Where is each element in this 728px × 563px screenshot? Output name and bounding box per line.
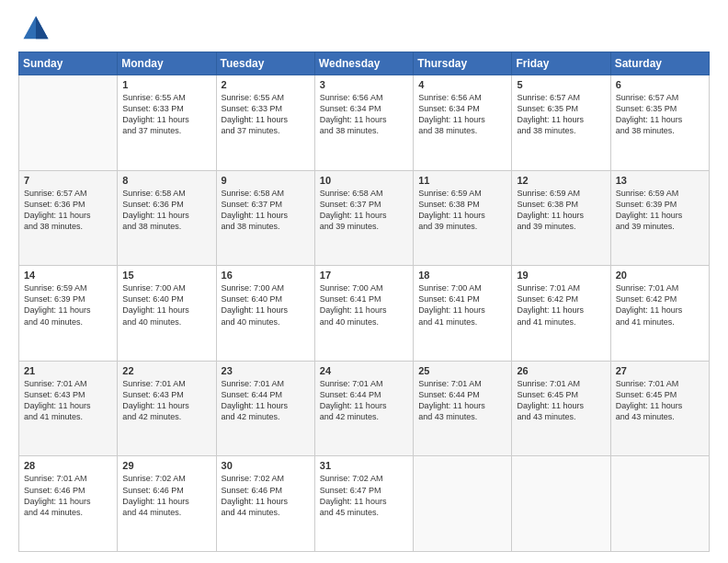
day-number: 28 [24, 460, 112, 471]
weekday-header-row: SundayMondayTuesdayWednesdayThursdayFrid… [19, 52, 710, 75]
calendar-cell: 14Sunrise: 6:59 AM Sunset: 6:39 PM Dayli… [19, 266, 118, 362]
calendar-cell: 18Sunrise: 7:00 AM Sunset: 6:41 PM Dayli… [414, 266, 512, 362]
day-number: 27 [616, 365, 704, 376]
calendar-cell [414, 456, 512, 552]
weekday-header-sunday: Sunday [19, 52, 118, 75]
cell-content: Sunrise: 6:57 AM Sunset: 6:35 PM Dayligh… [616, 92, 704, 137]
calendar-cell: 1Sunrise: 6:55 AM Sunset: 6:33 PM Daylig… [118, 75, 216, 171]
cell-content: Sunrise: 6:58 AM Sunset: 6:37 PM Dayligh… [320, 188, 408, 233]
day-number: 3 [320, 79, 408, 90]
day-number: 2 [222, 79, 310, 90]
cell-content: Sunrise: 6:56 AM Sunset: 6:34 PM Dayligh… [320, 92, 408, 137]
calendar-cell: 11Sunrise: 6:59 AM Sunset: 6:38 PM Dayli… [414, 170, 512, 266]
cell-content: Sunrise: 6:57 AM Sunset: 6:35 PM Dayligh… [517, 92, 605, 137]
day-number: 31 [320, 460, 408, 471]
cell-content: Sunrise: 7:00 AM Sunset: 6:41 PM Dayligh… [320, 282, 408, 327]
day-number: 20 [616, 270, 704, 281]
day-number: 6 [616, 79, 704, 90]
weekday-header-saturday: Saturday [610, 52, 709, 75]
week-row-4: 21Sunrise: 7:01 AM Sunset: 6:43 PM Dayli… [19, 361, 710, 456]
calendar-cell: 25Sunrise: 7:01 AM Sunset: 6:44 PM Dayli… [414, 361, 512, 456]
day-number: 7 [24, 175, 112, 186]
day-number: 22 [122, 365, 210, 376]
day-number: 14 [24, 270, 112, 281]
weekday-header-wednesday: Wednesday [314, 52, 413, 75]
calendar-cell [512, 456, 610, 552]
cell-content: Sunrise: 7:00 AM Sunset: 6:40 PM Dayligh… [122, 282, 210, 327]
week-row-1: 1Sunrise: 6:55 AM Sunset: 6:33 PM Daylig… [19, 75, 710, 171]
calendar-cell: 10Sunrise: 6:58 AM Sunset: 6:37 PM Dayli… [314, 170, 413, 266]
day-number: 10 [320, 175, 408, 186]
calendar-cell: 15Sunrise: 7:00 AM Sunset: 6:40 PM Dayli… [118, 266, 216, 362]
calendar-cell: 3Sunrise: 6:56 AM Sunset: 6:34 PM Daylig… [314, 75, 413, 171]
logo [18, 15, 50, 42]
logo-icon [22, 15, 50, 42]
calendar-cell: 9Sunrise: 6:58 AM Sunset: 6:37 PM Daylig… [216, 170, 314, 266]
calendar-cell: 13Sunrise: 6:59 AM Sunset: 6:39 PM Dayli… [610, 170, 709, 266]
day-number: 21 [24, 365, 112, 376]
calendar-cell: 7Sunrise: 6:57 AM Sunset: 6:36 PM Daylig… [19, 170, 118, 266]
calendar-cell: 12Sunrise: 6:59 AM Sunset: 6:38 PM Dayli… [512, 170, 610, 266]
calendar-cell: 4Sunrise: 6:56 AM Sunset: 6:34 PM Daylig… [414, 75, 512, 171]
cell-content: Sunrise: 6:58 AM Sunset: 6:37 PM Dayligh… [222, 188, 310, 233]
calendar-cell: 16Sunrise: 7:00 AM Sunset: 6:40 PM Dayli… [216, 266, 314, 362]
week-row-3: 14Sunrise: 6:59 AM Sunset: 6:39 PM Dayli… [19, 266, 710, 362]
calendar-cell: 6Sunrise: 6:57 AM Sunset: 6:35 PM Daylig… [610, 75, 709, 171]
cell-content: Sunrise: 7:02 AM Sunset: 6:46 PM Dayligh… [122, 473, 210, 518]
calendar-cell: 30Sunrise: 7:02 AM Sunset: 6:46 PM Dayli… [216, 456, 314, 552]
day-number: 26 [517, 365, 605, 376]
cell-content: Sunrise: 7:01 AM Sunset: 6:44 PM Dayligh… [418, 378, 506, 423]
week-row-5: 28Sunrise: 7:01 AM Sunset: 6:46 PM Dayli… [19, 456, 710, 552]
header [18, 15, 710, 42]
weekday-header-thursday: Thursday [414, 52, 512, 75]
calendar-cell: 2Sunrise: 6:55 AM Sunset: 6:33 PM Daylig… [216, 75, 314, 171]
day-number: 29 [122, 460, 210, 471]
cell-content: Sunrise: 6:59 AM Sunset: 6:39 PM Dayligh… [616, 188, 704, 233]
calendar-cell: 21Sunrise: 7:01 AM Sunset: 6:43 PM Dayli… [19, 361, 118, 456]
calendar-cell: 22Sunrise: 7:01 AM Sunset: 6:43 PM Dayli… [118, 361, 216, 456]
calendar-cell: 8Sunrise: 6:58 AM Sunset: 6:36 PM Daylig… [118, 170, 216, 266]
day-number: 17 [320, 270, 408, 281]
cell-content: Sunrise: 7:00 AM Sunset: 6:40 PM Dayligh… [222, 282, 310, 327]
cell-content: Sunrise: 7:02 AM Sunset: 6:46 PM Dayligh… [222, 473, 310, 518]
day-number: 5 [517, 79, 605, 90]
calendar-table: SundayMondayTuesdayWednesdayThursdayFrid… [18, 52, 710, 552]
week-row-2: 7Sunrise: 6:57 AM Sunset: 6:36 PM Daylig… [19, 170, 710, 266]
day-number: 4 [418, 79, 506, 90]
cell-content: Sunrise: 7:02 AM Sunset: 6:47 PM Dayligh… [320, 473, 408, 518]
cell-content: Sunrise: 7:01 AM Sunset: 6:46 PM Dayligh… [24, 473, 112, 518]
weekday-header-monday: Monday [118, 52, 216, 75]
calendar-cell: 23Sunrise: 7:01 AM Sunset: 6:44 PM Dayli… [216, 361, 314, 456]
cell-content: Sunrise: 7:01 AM Sunset: 6:45 PM Dayligh… [616, 378, 704, 423]
day-number: 13 [616, 175, 704, 186]
cell-content: Sunrise: 6:59 AM Sunset: 6:38 PM Dayligh… [517, 188, 605, 233]
day-number: 11 [418, 175, 506, 186]
cell-content: Sunrise: 6:58 AM Sunset: 6:36 PM Dayligh… [122, 188, 210, 233]
calendar-cell [610, 456, 709, 552]
calendar-cell: 17Sunrise: 7:00 AM Sunset: 6:41 PM Dayli… [314, 266, 413, 362]
svg-marker-1 [36, 17, 49, 40]
day-number: 18 [418, 270, 506, 281]
calendar-cell: 20Sunrise: 7:01 AM Sunset: 6:42 PM Dayli… [610, 266, 709, 362]
cell-content: Sunrise: 7:01 AM Sunset: 6:44 PM Dayligh… [320, 378, 408, 423]
cell-content: Sunrise: 6:55 AM Sunset: 6:33 PM Dayligh… [122, 92, 210, 137]
day-number: 16 [222, 270, 310, 281]
calendar-cell: 24Sunrise: 7:01 AM Sunset: 6:44 PM Dayli… [314, 361, 413, 456]
cell-content: Sunrise: 6:55 AM Sunset: 6:33 PM Dayligh… [222, 92, 310, 137]
page: SundayMondayTuesdayWednesdayThursdayFrid… [0, 0, 728, 563]
calendar-cell: 19Sunrise: 7:01 AM Sunset: 6:42 PM Dayli… [512, 266, 610, 362]
cell-content: Sunrise: 7:01 AM Sunset: 6:43 PM Dayligh… [122, 378, 210, 423]
day-number: 25 [418, 365, 506, 376]
day-number: 12 [517, 175, 605, 186]
cell-content: Sunrise: 7:01 AM Sunset: 6:43 PM Dayligh… [24, 378, 112, 423]
cell-content: Sunrise: 7:01 AM Sunset: 6:42 PM Dayligh… [517, 282, 605, 327]
day-number: 24 [320, 365, 408, 376]
calendar-cell: 5Sunrise: 6:57 AM Sunset: 6:35 PM Daylig… [512, 75, 610, 171]
cell-content: Sunrise: 6:56 AM Sunset: 6:34 PM Dayligh… [418, 92, 506, 137]
calendar-cell: 26Sunrise: 7:01 AM Sunset: 6:45 PM Dayli… [512, 361, 610, 456]
cell-content: Sunrise: 6:57 AM Sunset: 6:36 PM Dayligh… [24, 188, 112, 233]
cell-content: Sunrise: 7:01 AM Sunset: 6:44 PM Dayligh… [222, 378, 310, 423]
day-number: 8 [122, 175, 210, 186]
calendar-cell: 31Sunrise: 7:02 AM Sunset: 6:47 PM Dayli… [314, 456, 413, 552]
weekday-header-friday: Friday [512, 52, 610, 75]
